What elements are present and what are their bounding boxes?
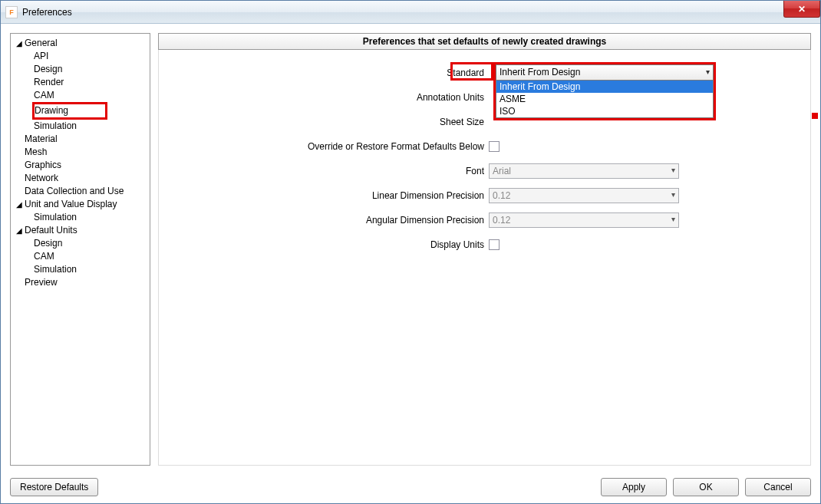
tree-api[interactable]: API [12, 50, 148, 63]
form-area: Standard Inherit From Design Inherit Fro… [158, 50, 811, 466]
tree-render[interactable]: Render [12, 76, 148, 89]
tree-du-simulation[interactable]: Simulation [12, 263, 148, 276]
tree-material[interactable]: Material [12, 133, 148, 146]
row-standard: Standard Inherit From Design Inherit Fro… [167, 65, 772, 81]
label-sheet-size: Sheet Size [167, 117, 489, 127]
tree-drawing[interactable]: Drawing [12, 102, 148, 120]
tree-design[interactable]: Design [12, 63, 148, 76]
linear-precision-combo[interactable]: 0.12 [489, 188, 679, 203]
red-marker [812, 113, 818, 119]
display-units-checkbox[interactable] [489, 239, 500, 250]
standard-selected[interactable]: Inherit From Design [496, 65, 713, 81]
option-asme[interactable]: ASME [496, 93, 713, 105]
restore-defaults-button[interactable]: Restore Defaults [10, 478, 98, 496]
tree-cam[interactable]: CAM [12, 89, 148, 102]
app-icon: F [5, 6, 18, 18]
standard-dropdown[interactable]: Inherit From Design Inherit From Design … [493, 62, 716, 120]
override-checkbox[interactable] [489, 141, 500, 152]
caret-icon: ◢ [15, 198, 23, 211]
tree-du-cam[interactable]: CAM [12, 250, 148, 263]
preferences-window: F Preferences ✕ ◢General API Design Rend… [0, 0, 821, 504]
footer: Restore Defaults Apply OK Cancel [1, 475, 820, 502]
tree-preview[interactable]: Preview [12, 276, 148, 289]
tree-data-collection[interactable]: Data Collection and Use [12, 185, 148, 198]
label-display-units: Display Units [167, 239, 489, 250]
body: ◢General API Design Render CAM Drawing S… [1, 24, 820, 475]
label-override: Override or Restore Format Defaults Belo… [167, 141, 489, 152]
label-standard: Standard [167, 68, 489, 78]
row-linear-precision: Linear Dimension Precision 0.12 [167, 188, 772, 203]
label-font: Font [167, 166, 489, 176]
tree-default-units[interactable]: ◢Default Units [12, 224, 148, 237]
main-panel: Preferences that set defaults of newly c… [158, 33, 811, 466]
caret-icon: ◢ [15, 224, 23, 237]
close-icon: ✕ [798, 4, 806, 15]
tree-general[interactable]: ◢General [12, 37, 148, 50]
tree-network[interactable]: Network [12, 172, 148, 185]
label-linear-precision: Linear Dimension Precision [167, 190, 489, 201]
label-angular-precision: Angular Dimension Precision [167, 215, 489, 226]
tree-simulation[interactable]: Simulation [12, 120, 148, 133]
standard-options-list: Inherit From Design ASME ISO [496, 81, 713, 117]
caret-icon: ◢ [15, 37, 23, 50]
main-header: Preferences that set defaults of newly c… [158, 33, 811, 50]
font-combo[interactable]: Arial [489, 163, 679, 179]
row-display-units: Display Units [167, 237, 772, 252]
cancel-button[interactable]: Cancel [745, 478, 811, 496]
tree-graphics[interactable]: Graphics [12, 159, 148, 172]
label-annotation-units: Annotation Units [167, 92, 489, 103]
row-font: Font Arial [167, 163, 772, 179]
titlebar: F Preferences ✕ [1, 1, 820, 24]
window-title: Preferences [22, 7, 72, 18]
apply-button[interactable]: Apply [601, 478, 667, 496]
option-iso[interactable]: ISO [496, 105, 713, 117]
option-inherit[interactable]: Inherit From Design [496, 81, 713, 93]
tree-mesh[interactable]: Mesh [12, 146, 148, 159]
close-button[interactable]: ✕ [783, 1, 820, 18]
tree-uvd-simulation[interactable]: Simulation [12, 211, 148, 224]
tree-unit-value-display[interactable]: ◢Unit and Value Display [12, 198, 148, 211]
ok-button[interactable]: OK [673, 478, 739, 496]
nav-tree: ◢General API Design Render CAM Drawing S… [10, 33, 150, 466]
angular-precision-combo[interactable]: 0.12 [489, 212, 679, 228]
row-override: Override or Restore Format Defaults Belo… [167, 139, 772, 154]
tree-du-design[interactable]: Design [12, 237, 148, 250]
row-angular-precision: Angular Dimension Precision 0.12 [167, 212, 772, 228]
